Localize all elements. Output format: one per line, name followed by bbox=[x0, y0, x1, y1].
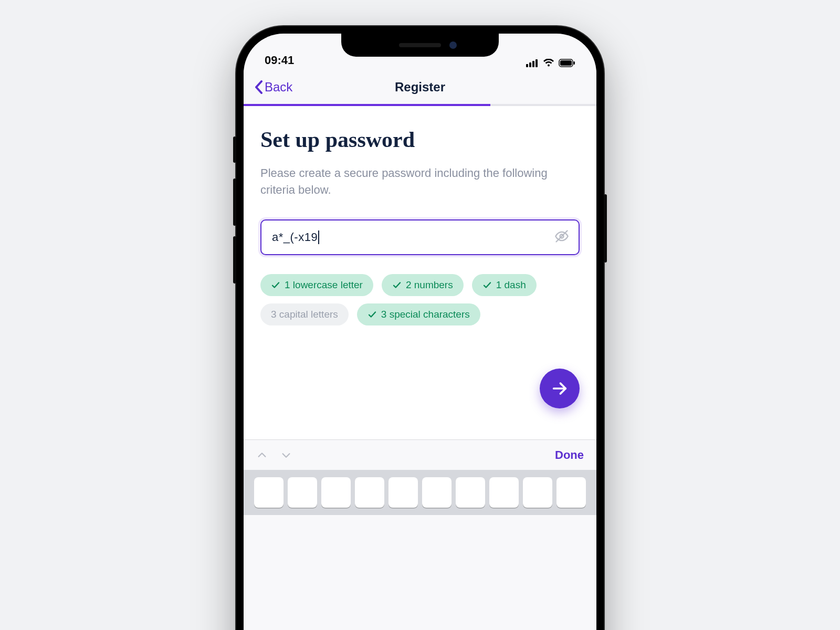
svg-rect-3 bbox=[536, 59, 538, 67]
navbar: Back Register bbox=[244, 70, 596, 104]
svg-rect-1 bbox=[529, 62, 531, 67]
keyboard-key[interactable] bbox=[321, 477, 351, 508]
phone-volume-down bbox=[233, 236, 236, 284]
criteria-chip: 1 lowercase letter bbox=[260, 274, 373, 296]
check-icon bbox=[368, 310, 377, 319]
criteria-label: 3 special characters bbox=[381, 309, 470, 320]
keyboard-key[interactable] bbox=[388, 477, 418, 508]
battery-icon bbox=[559, 59, 575, 67]
criteria-label: 2 numbers bbox=[406, 279, 453, 291]
phone-frame: 09:41 Back Register Set up password Plea… bbox=[236, 26, 604, 630]
criteria-chips: 1 lowercase letter2 numbers1 dash3 capit… bbox=[260, 274, 580, 326]
text-caret bbox=[318, 230, 319, 244]
eye-off-icon bbox=[554, 229, 569, 244]
phone-mute-switch bbox=[233, 136, 236, 163]
svg-rect-5 bbox=[560, 60, 572, 66]
phone-screen: 09:41 Back Register Set up password Plea… bbox=[244, 34, 596, 630]
criteria-label: 1 dash bbox=[496, 279, 526, 291]
keyboard-key[interactable] bbox=[489, 477, 519, 508]
phone-speaker bbox=[399, 43, 441, 47]
back-label: Back bbox=[265, 80, 292, 94]
keyboard-key[interactable] bbox=[288, 477, 317, 508]
toggle-visibility-button[interactable] bbox=[554, 229, 569, 246]
check-icon bbox=[482, 280, 492, 290]
nav-title: Register bbox=[395, 80, 445, 94]
phone-volume-up bbox=[233, 178, 236, 226]
arrow-right-icon bbox=[551, 380, 569, 397]
password-input[interactable]: a*_(-x19 bbox=[260, 219, 580, 255]
keyboard-key[interactable] bbox=[556, 477, 586, 508]
keyboard-done-button[interactable]: Done bbox=[555, 448, 584, 462]
status-time: 09:41 bbox=[265, 54, 294, 67]
phone-power-button bbox=[604, 194, 607, 262]
keyboard-key[interactable] bbox=[254, 477, 284, 508]
criteria-chip: 3 special characters bbox=[357, 303, 480, 326]
back-button[interactable]: Back bbox=[254, 80, 292, 94]
prev-field-button[interactable] bbox=[256, 449, 268, 461]
criteria-chip: 2 numbers bbox=[382, 274, 464, 296]
criteria-label: 3 capital letters bbox=[271, 309, 338, 320]
keyboard-key[interactable] bbox=[355, 477, 384, 508]
page-heading: Set up password bbox=[260, 127, 580, 152]
check-icon bbox=[392, 280, 402, 290]
password-value: a*_(-x19 bbox=[272, 230, 319, 244]
keyboard-key[interactable] bbox=[523, 477, 552, 508]
keyboard-key[interactable] bbox=[422, 477, 452, 508]
continue-button[interactable] bbox=[540, 369, 580, 408]
svg-rect-2 bbox=[532, 61, 534, 67]
check-icon bbox=[271, 280, 280, 290]
keyboard-accessory: Done bbox=[244, 439, 596, 470]
page-subtext: Please create a secure password includin… bbox=[260, 165, 554, 198]
keyboard-key[interactable] bbox=[456, 477, 485, 508]
next-field-button[interactable] bbox=[280, 449, 292, 461]
criteria-label: 1 lowercase letter bbox=[285, 279, 363, 291]
criteria-chip: 1 dash bbox=[472, 274, 537, 296]
status-icons bbox=[526, 59, 575, 67]
wifi-icon bbox=[543, 59, 554, 67]
keyboard[interactable] bbox=[244, 470, 596, 515]
criteria-chip: 3 capital letters bbox=[260, 303, 349, 326]
svg-rect-0 bbox=[526, 64, 528, 67]
chevron-left-icon bbox=[254, 80, 264, 94]
svg-rect-6 bbox=[574, 61, 575, 65]
phone-notch bbox=[341, 34, 499, 57]
phone-front-camera bbox=[449, 41, 457, 49]
content: Set up password Please create a secure p… bbox=[244, 106, 596, 474]
cellular-icon bbox=[526, 59, 539, 67]
